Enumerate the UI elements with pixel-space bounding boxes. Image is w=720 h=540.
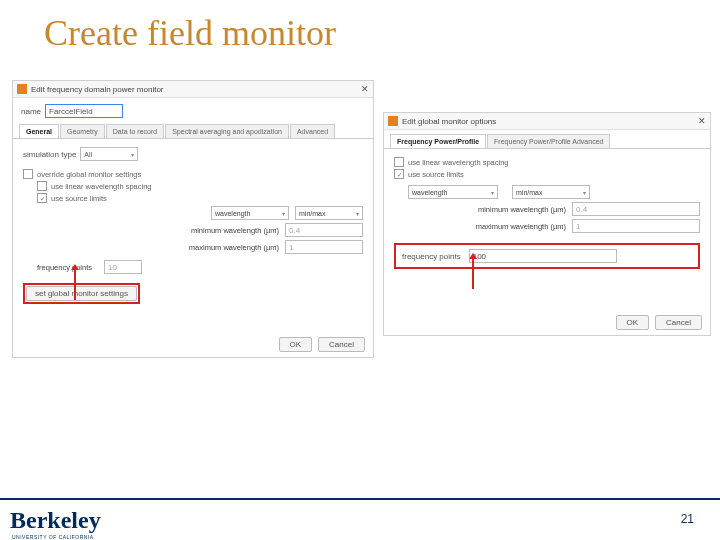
simtype-select[interactable]: All [80,147,138,161]
linear-label: use linear wavelength spacing [51,182,151,191]
arrow-icon [472,259,474,289]
minwl-input[interactable]: 0.4 [285,223,363,237]
cancel-button-right[interactable]: Cancel [655,315,702,330]
minwl-label-right: minimum wavelength (µm) [408,205,566,214]
set-global-button[interactable]: set global monitor settings [26,286,137,301]
freqpoints-label-right: frequency points [402,252,461,261]
maxwl-label: maximum wavelength (µm) [51,243,279,252]
linear-checkbox[interactable] [37,181,47,191]
close-icon[interactable]: ✕ [361,84,369,94]
tabs-right: Frequency Power/Profile Frequency Power/… [384,130,710,149]
freqpoints-label: frequency points [37,263,92,272]
minwl-label: minimum wavelength (µm) [51,226,279,235]
override-checkbox[interactable] [23,169,33,179]
name-input[interactable]: FarccelField [45,104,123,118]
maxwl-input-right[interactable]: 1 [572,219,700,233]
tab-advanced[interactable]: Advanced [290,124,335,138]
override-label: override global monitor settings [37,170,141,179]
edit-monitor-dialog: Edit frequency domain power monitor ✕ na… [12,80,374,358]
source-limits-checkbox-right[interactable]: ✓ [394,169,404,179]
tab-geometry[interactable]: Geometry [60,124,105,138]
tab-freq-profile[interactable]: Frequency Power/Profile [390,134,486,148]
dialog-title: Edit frequency domain power monitor [31,85,361,94]
berkeley-logo-sub: UNIVERSITY OF CALIFORNIA [12,534,94,540]
minmax-select-right[interactable]: min/max [512,185,590,199]
linear-checkbox-right[interactable] [394,157,404,167]
wavelength-select-right[interactable]: wavelength [408,185,498,199]
tab-general[interactable]: General [19,124,59,138]
slide-footer: Berkeley UNIVERSITY OF CALIFORNIA 21 [0,484,720,540]
minmax-select[interactable]: min/max [295,206,363,220]
dialog-titlebar-right: Edit global monitor options ✕ [384,113,710,130]
ok-button[interactable]: OK [279,337,313,352]
name-label: name [21,107,41,116]
slide-title: Create field monitor [44,12,336,54]
global-options-dialog: Edit global monitor options ✕ Frequency … [383,112,711,336]
tab-freq-advanced[interactable]: Frequency Power/Profile Advanced [487,134,610,148]
tab-spectral[interactable]: Spectral averaging and apodization [165,124,289,138]
app-icon [388,116,398,126]
tab-data[interactable]: Data to record [106,124,164,138]
arrow-icon [74,270,76,300]
berkeley-logo: Berkeley [10,507,101,534]
freqpoints-input[interactable]: 10 [104,260,142,274]
ok-button-right[interactable]: OK [616,315,650,330]
source-limits-label: use source limits [51,194,107,203]
simtype-label: simulation type [23,150,76,159]
dialog-title-right: Edit global monitor options [402,117,698,126]
cancel-button[interactable]: Cancel [318,337,365,352]
app-icon [17,84,27,94]
dialog-titlebar: Edit frequency domain power monitor ✕ [13,81,373,98]
minwl-input-right[interactable]: 0.4 [572,202,700,216]
maxwl-label-right: maximum wavelength (µm) [408,222,566,231]
linear-label-right: use linear wavelength spacing [408,158,508,167]
wavelength-select[interactable]: wavelength [211,206,289,220]
close-icon[interactable]: ✕ [698,116,706,126]
freqpoints-input-right[interactable]: 100 [469,249,617,263]
source-limits-label-right: use source limits [408,170,464,179]
maxwl-input[interactable]: 1 [285,240,363,254]
tabs: General Geometry Data to record Spectral… [13,120,373,139]
source-limits-checkbox[interactable]: ✓ [37,193,47,203]
page-number: 21 [681,512,694,526]
